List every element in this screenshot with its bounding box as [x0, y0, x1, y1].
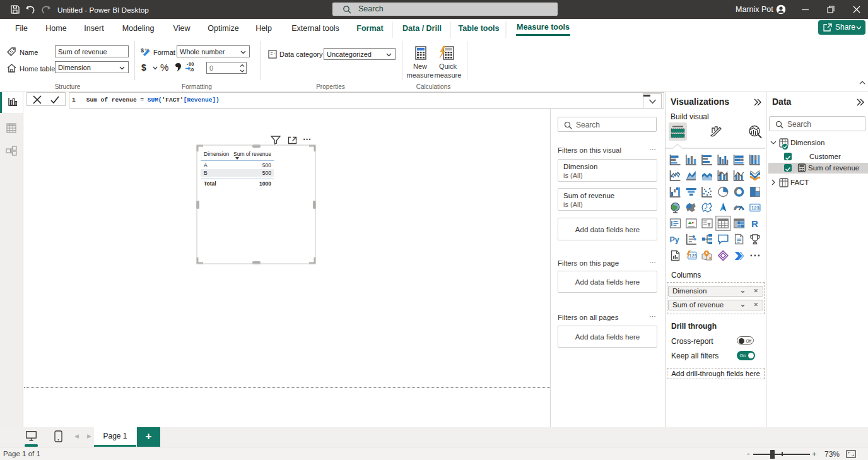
svg-text:123: 123 [751, 205, 760, 211]
svg-text:123: 123 [689, 254, 697, 258]
svg-text:Py: Py [670, 235, 679, 244]
svg-text:00: 00 [189, 61, 194, 67]
svg-text:R: R [751, 218, 758, 229]
svg-text:0: 0 [191, 67, 194, 73]
svg-text:$: $ [141, 47, 144, 54]
